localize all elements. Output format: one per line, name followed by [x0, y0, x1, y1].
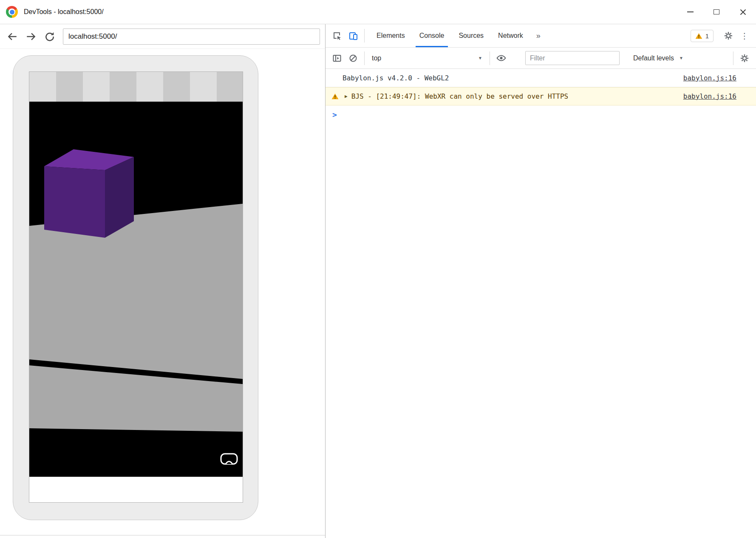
toggle-device-toolbar-button[interactable]	[345, 28, 361, 44]
babylon-canvas[interactable]	[29, 102, 243, 477]
forward-button[interactable]	[22, 28, 40, 46]
address-bar[interactable]: localhost:5000/	[63, 28, 320, 45]
address-url: localhost:5000/	[68, 32, 117, 41]
message-text: Babylon.js v4.2.0 - WebGL2	[343, 74, 449, 82]
tab-network[interactable]: Network	[491, 24, 530, 47]
back-arrow-icon	[7, 31, 18, 42]
device-toolbar-icon	[348, 31, 358, 40]
message-text: BJS - [21:49:47]: WebXR can only be serv…	[351, 92, 569, 100]
close-icon	[739, 9, 747, 16]
chrome-logo-icon	[6, 6, 18, 18]
toolbar-divider	[364, 29, 365, 43]
devtools-panel: Elements Console Sources Network » 1	[326, 24, 756, 538]
context-label: top	[372, 54, 381, 62]
vr-goggles-button[interactable]	[220, 452, 238, 466]
maximize-icon	[714, 9, 719, 14]
message-source-link[interactable]: babylon.js:16	[673, 92, 736, 100]
console-output: Babylon.js v4.2.0 - WebGL2 babylon.js:16…	[326, 69, 756, 538]
kebab-menu-icon: ⋮	[741, 31, 749, 41]
message-source-link[interactable]: babylon.js:16	[673, 74, 736, 82]
console-sidebar-icon	[332, 54, 342, 63]
checker-pattern	[29, 72, 243, 102]
forward-arrow-icon	[25, 31, 37, 42]
devtools-window: DevTools - localhost:5000/	[0, 0, 756, 538]
console-settings-button[interactable]	[736, 50, 753, 66]
close-button[interactable]	[730, 0, 756, 24]
device-frame	[13, 55, 258, 520]
page-viewport	[0, 49, 325, 538]
tab-console[interactable]: Console	[412, 24, 452, 47]
minimize-button[interactable]	[677, 0, 703, 24]
levels-label: Default levels	[633, 54, 674, 62]
clear-console-icon	[348, 54, 358, 63]
gear-icon	[740, 54, 749, 63]
javascript-context-select[interactable]: top ▼	[368, 51, 487, 66]
tab-sources[interactable]: Sources	[451, 24, 491, 47]
devtools-tabbar: Elements Console Sources Network » 1	[326, 24, 756, 48]
chevron-down-icon: ▼	[679, 56, 683, 60]
toolbar-divider	[733, 51, 733, 65]
warning-count-badge[interactable]: 1	[691, 30, 714, 42]
minimize-icon	[687, 11, 694, 12]
3d-scene	[29, 102, 243, 477]
devtools-tab-strip: Elements Console Sources Network »	[369, 24, 546, 47]
maximize-button[interactable]	[703, 0, 730, 24]
console-sidebar-button[interactable]	[329, 50, 345, 66]
expand-arrow-icon[interactable]: ▶	[345, 94, 348, 99]
toolbar-divider	[490, 51, 490, 65]
inspect-cursor-icon	[332, 31, 342, 40]
console-prompt[interactable]: >	[326, 105, 756, 123]
console-toolbar: top ▼ Default levels ▼	[326, 48, 756, 69]
devtools-menu-button[interactable]: ⋮	[736, 28, 753, 44]
reload-icon	[44, 31, 55, 42]
log-levels-select[interactable]: Default levels ▼	[628, 51, 688, 66]
console-message-warning: ▶ BJS - [21:49:47]: WebXR can only be se…	[326, 87, 756, 105]
reload-button[interactable]	[41, 28, 59, 46]
live-expression-button[interactable]	[493, 50, 509, 66]
console-filter-input[interactable]	[525, 51, 620, 65]
devtools-settings-button[interactable]	[720, 28, 736, 44]
window-title: DevTools - localhost:5000/	[24, 8, 104, 16]
warning-count: 1	[705, 32, 709, 40]
warning-triangle-icon	[331, 93, 339, 100]
cube-front-face	[44, 166, 105, 238]
browser-pane: localhost:5000/	[0, 24, 326, 538]
clear-console-button[interactable]	[345, 50, 361, 66]
toolbar-divider	[364, 51, 365, 65]
tab-elements[interactable]: Elements	[369, 24, 412, 47]
eye-icon	[496, 53, 506, 63]
back-button[interactable]	[3, 28, 21, 46]
gear-icon	[724, 31, 733, 40]
device-screen	[29, 71, 243, 503]
console-message-info: Babylon.js v4.2.0 - WebGL2 babylon.js:16	[326, 69, 756, 87]
titlebar: DevTools - localhost:5000/	[0, 0, 756, 24]
browser-navbar: localhost:5000/	[0, 24, 325, 49]
warning-triangle-icon	[695, 33, 702, 39]
chevron-down-icon: ▼	[478, 56, 482, 60]
more-tabs-button[interactable]: »	[530, 24, 546, 47]
window-controls	[677, 0, 756, 24]
prompt-chevron: >	[332, 110, 337, 119]
inspect-element-button[interactable]	[329, 28, 345, 44]
